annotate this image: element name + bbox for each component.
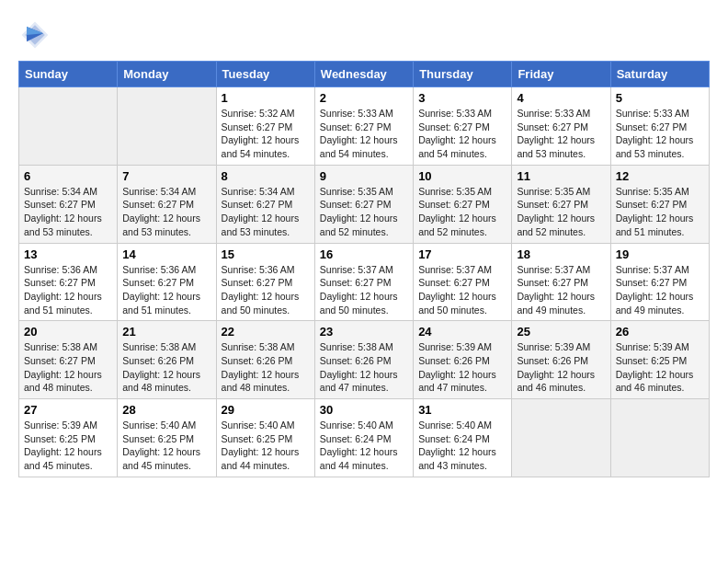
calendar-cell: 16Sunrise: 5:37 AMSunset: 6:27 PMDayligh… bbox=[314, 243, 413, 321]
day-info: Sunrise: 5:33 AMSunset: 6:27 PMDaylight:… bbox=[517, 108, 595, 159]
day-number: 14 bbox=[122, 247, 210, 261]
weekday-header: Friday bbox=[512, 62, 610, 87]
calendar-header: SundayMondayTuesdayWednesdayThursdayFrid… bbox=[19, 62, 710, 87]
calendar-cell: 12Sunrise: 5:35 AMSunset: 6:27 PMDayligh… bbox=[610, 165, 709, 243]
day-number: 24 bbox=[418, 325, 506, 339]
day-number: 5 bbox=[616, 91, 704, 105]
weekday-header: Monday bbox=[118, 62, 216, 87]
calendar-cell: 21Sunrise: 5:38 AMSunset: 6:26 PMDayligh… bbox=[118, 321, 216, 399]
day-info: Sunrise: 5:35 AMSunset: 6:27 PMDaylight:… bbox=[616, 186, 694, 237]
day-info: Sunrise: 5:34 AMSunset: 6:27 PMDaylight:… bbox=[24, 186, 102, 237]
day-number: 10 bbox=[418, 169, 506, 183]
calendar-week-row: 6Sunrise: 5:34 AMSunset: 6:27 PMDaylight… bbox=[19, 165, 710, 243]
day-info: Sunrise: 5:39 AMSunset: 6:26 PMDaylight:… bbox=[418, 341, 496, 393]
day-info: Sunrise: 5:39 AMSunset: 6:25 PMDaylight:… bbox=[616, 341, 694, 393]
calendar-cell: 23Sunrise: 5:38 AMSunset: 6:26 PMDayligh… bbox=[314, 321, 413, 399]
day-info: Sunrise: 5:32 AMSunset: 6:27 PMDaylight:… bbox=[222, 108, 300, 159]
day-number: 21 bbox=[122, 325, 210, 339]
calendar-cell bbox=[610, 399, 709, 477]
calendar-cell: 8Sunrise: 5:34 AMSunset: 6:27 PMDaylight… bbox=[216, 165, 314, 243]
day-info: Sunrise: 5:37 AMSunset: 6:27 PMDaylight:… bbox=[418, 264, 496, 316]
calendar-cell: 24Sunrise: 5:39 AMSunset: 6:26 PMDayligh… bbox=[414, 321, 512, 399]
day-info: Sunrise: 5:36 AMSunset: 6:27 PMDaylight:… bbox=[122, 264, 200, 316]
weekday-header: Saturday bbox=[610, 62, 709, 87]
weekday-header: Thursday bbox=[414, 62, 512, 87]
day-info: Sunrise: 5:38 AMSunset: 6:27 PMDaylight:… bbox=[24, 341, 102, 393]
calendar-cell: 15Sunrise: 5:36 AMSunset: 6:27 PMDayligh… bbox=[216, 243, 314, 321]
day-info: Sunrise: 5:36 AMSunset: 6:27 PMDaylight:… bbox=[24, 264, 102, 316]
calendar-cell: 1Sunrise: 5:32 AMSunset: 6:27 PMDaylight… bbox=[216, 87, 314, 166]
page-header bbox=[18, 18, 710, 52]
day-number: 30 bbox=[320, 403, 408, 417]
day-number: 27 bbox=[24, 403, 112, 417]
calendar-cell: 7Sunrise: 5:34 AMSunset: 6:27 PMDaylight… bbox=[118, 165, 216, 243]
day-number: 19 bbox=[616, 247, 704, 261]
calendar-table: SundayMondayTuesdayWednesdayThursdayFrid… bbox=[18, 61, 710, 477]
calendar-cell: 13Sunrise: 5:36 AMSunset: 6:27 PMDayligh… bbox=[19, 243, 118, 321]
calendar-cell: 26Sunrise: 5:39 AMSunset: 6:25 PMDayligh… bbox=[610, 321, 709, 399]
calendar-cell: 25Sunrise: 5:39 AMSunset: 6:26 PMDayligh… bbox=[512, 321, 610, 399]
calendar-week-row: 13Sunrise: 5:36 AMSunset: 6:27 PMDayligh… bbox=[19, 243, 710, 321]
day-info: Sunrise: 5:38 AMSunset: 6:26 PMDaylight:… bbox=[222, 341, 300, 393]
day-number: 4 bbox=[517, 91, 605, 105]
day-number: 8 bbox=[222, 169, 310, 183]
calendar-cell: 22Sunrise: 5:38 AMSunset: 6:26 PMDayligh… bbox=[216, 321, 314, 399]
day-number: 9 bbox=[320, 169, 408, 183]
day-info: Sunrise: 5:34 AMSunset: 6:27 PMDaylight:… bbox=[122, 186, 200, 237]
day-info: Sunrise: 5:33 AMSunset: 6:27 PMDaylight:… bbox=[616, 108, 694, 159]
day-info: Sunrise: 5:35 AMSunset: 6:27 PMDaylight:… bbox=[320, 186, 398, 237]
calendar-cell: 6Sunrise: 5:34 AMSunset: 6:27 PMDaylight… bbox=[19, 165, 118, 243]
day-number: 23 bbox=[320, 325, 408, 339]
calendar-week-row: 1Sunrise: 5:32 AMSunset: 6:27 PMDaylight… bbox=[19, 87, 710, 166]
weekday-header: Tuesday bbox=[216, 62, 314, 87]
calendar-cell: 19Sunrise: 5:37 AMSunset: 6:27 PMDayligh… bbox=[610, 243, 709, 321]
day-info: Sunrise: 5:40 AMSunset: 6:25 PMDaylight:… bbox=[222, 419, 300, 471]
day-info: Sunrise: 5:39 AMSunset: 6:25 PMDaylight:… bbox=[24, 419, 102, 471]
calendar-cell: 17Sunrise: 5:37 AMSunset: 6:27 PMDayligh… bbox=[414, 243, 512, 321]
day-info: Sunrise: 5:33 AMSunset: 6:27 PMDaylight:… bbox=[320, 108, 398, 159]
day-info: Sunrise: 5:35 AMSunset: 6:27 PMDaylight:… bbox=[517, 186, 595, 237]
day-number: 2 bbox=[320, 91, 408, 105]
day-number: 13 bbox=[24, 247, 112, 261]
weekday-header: Sunday bbox=[19, 62, 118, 87]
calendar-cell: 5Sunrise: 5:33 AMSunset: 6:27 PMDaylight… bbox=[610, 87, 709, 166]
calendar-week-row: 27Sunrise: 5:39 AMSunset: 6:25 PMDayligh… bbox=[19, 399, 710, 477]
calendar-cell: 14Sunrise: 5:36 AMSunset: 6:27 PMDayligh… bbox=[118, 243, 216, 321]
day-number: 1 bbox=[222, 91, 310, 105]
day-number: 15 bbox=[222, 247, 310, 261]
day-number: 26 bbox=[616, 325, 704, 339]
day-info: Sunrise: 5:35 AMSunset: 6:27 PMDaylight:… bbox=[418, 186, 496, 237]
logo-icon bbox=[18, 18, 51, 52]
day-number: 25 bbox=[517, 325, 605, 339]
calendar-cell: 30Sunrise: 5:40 AMSunset: 6:24 PMDayligh… bbox=[314, 399, 413, 477]
day-number: 17 bbox=[418, 247, 506, 261]
calendar-cell: 20Sunrise: 5:38 AMSunset: 6:27 PMDayligh… bbox=[19, 321, 118, 399]
calendar-cell bbox=[118, 87, 216, 166]
weekday-header: Wednesday bbox=[314, 62, 413, 87]
calendar-cell bbox=[512, 399, 610, 477]
calendar-cell: 10Sunrise: 5:35 AMSunset: 6:27 PMDayligh… bbox=[414, 165, 512, 243]
day-info: Sunrise: 5:40 AMSunset: 6:24 PMDaylight:… bbox=[320, 419, 398, 471]
calendar-cell: 27Sunrise: 5:39 AMSunset: 6:25 PMDayligh… bbox=[19, 399, 118, 477]
day-number: 7 bbox=[122, 169, 210, 183]
calendar-cell: 2Sunrise: 5:33 AMSunset: 6:27 PMDaylight… bbox=[314, 87, 413, 166]
day-info: Sunrise: 5:40 AMSunset: 6:25 PMDaylight:… bbox=[122, 419, 200, 471]
day-info: Sunrise: 5:37 AMSunset: 6:27 PMDaylight:… bbox=[616, 264, 694, 316]
day-number: 28 bbox=[122, 403, 210, 417]
calendar-cell: 29Sunrise: 5:40 AMSunset: 6:25 PMDayligh… bbox=[216, 399, 314, 477]
calendar-cell: 31Sunrise: 5:40 AMSunset: 6:24 PMDayligh… bbox=[414, 399, 512, 477]
calendar-cell: 3Sunrise: 5:33 AMSunset: 6:27 PMDaylight… bbox=[414, 87, 512, 166]
day-number: 31 bbox=[418, 403, 506, 417]
day-number: 16 bbox=[320, 247, 408, 261]
logo bbox=[18, 18, 55, 52]
calendar-cell: 11Sunrise: 5:35 AMSunset: 6:27 PMDayligh… bbox=[512, 165, 610, 243]
calendar-cell: 28Sunrise: 5:40 AMSunset: 6:25 PMDayligh… bbox=[118, 399, 216, 477]
day-info: Sunrise: 5:40 AMSunset: 6:24 PMDaylight:… bbox=[418, 419, 496, 471]
calendar-cell: 9Sunrise: 5:35 AMSunset: 6:27 PMDaylight… bbox=[314, 165, 413, 243]
day-number: 11 bbox=[517, 169, 605, 183]
day-number: 18 bbox=[517, 247, 605, 261]
calendar-cell: 18Sunrise: 5:37 AMSunset: 6:27 PMDayligh… bbox=[512, 243, 610, 321]
calendar-cell: 4Sunrise: 5:33 AMSunset: 6:27 PMDaylight… bbox=[512, 87, 610, 166]
day-number: 20 bbox=[24, 325, 112, 339]
day-number: 29 bbox=[222, 403, 310, 417]
